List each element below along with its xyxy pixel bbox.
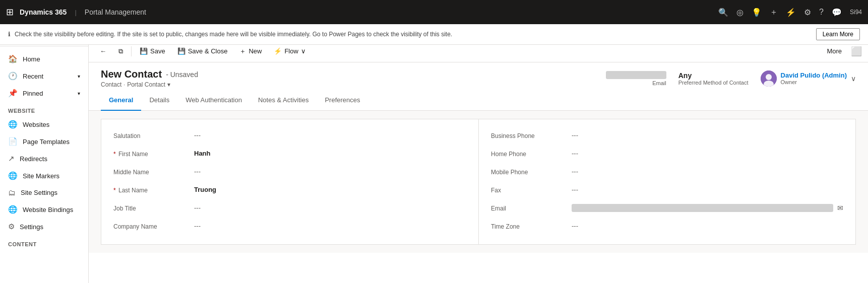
- tab-general[interactable]: General: [101, 90, 141, 111]
- chevron-down-icon: ▾: [78, 74, 80, 79]
- breadcrumb-portal-contact[interactable]: Portal Contact: [127, 81, 165, 88]
- email-action-icon[interactable]: ✉: [837, 204, 843, 212]
- sidebar-item-label: Pinned: [23, 90, 43, 97]
- owner-avatar: [761, 70, 777, 87]
- field-value-business-phone[interactable]: ---: [572, 131, 843, 139]
- nav-separator: |: [75, 9, 76, 16]
- flow-label: Flow: [284, 47, 298, 55]
- form-section-left: Salutation --- * First Name Hanh Middle …: [101, 119, 478, 245]
- field-label-home-phone: Home Phone: [491, 150, 572, 158]
- target-icon[interactable]: ◎: [736, 8, 743, 17]
- field-middle-name: Middle Name ---: [113, 164, 466, 182]
- svg-point-1: [766, 74, 772, 80]
- new-icon: ＋: [239, 47, 246, 56]
- sidebar-item-settings[interactable]: ⚙ Settings: [0, 218, 88, 235]
- marker-icon: 🌐: [8, 171, 18, 180]
- banner: ℹ Check the site visibility before editi…: [0, 24, 868, 45]
- field-value-email[interactable]: [572, 204, 833, 212]
- sidebar-item-label: Site Markers: [23, 172, 59, 180]
- tab-preferences[interactable]: Preferences: [317, 90, 368, 111]
- app-grid-icon[interactable]: ⊞: [6, 7, 14, 18]
- tab-notes-activities[interactable]: Notes & Activities: [250, 90, 317, 111]
- page-icon: 📄: [8, 137, 18, 146]
- save-button[interactable]: 💾 Save: [135, 44, 170, 58]
- owner-label: Owner: [781, 79, 847, 85]
- save-close-button[interactable]: 💾 Save & Close: [172, 44, 233, 58]
- field-value-salutation[interactable]: ---: [194, 131, 466, 139]
- pin-icon: 📌: [8, 89, 18, 98]
- preferred-method-value: Any: [678, 72, 692, 80]
- field-value-mobile-phone[interactable]: ---: [572, 168, 843, 175]
- sidebar-item-page-templates[interactable]: 📄 Page Templates: [0, 133, 88, 150]
- field-label-mobile-phone: Mobile Phone: [491, 168, 572, 176]
- sidebar-item-site-settings[interactable]: 🗂 Site Settings: [0, 184, 88, 201]
- user-label: Si94: [850, 9, 862, 16]
- sidebar-item-site-markers[interactable]: 🌐 Site Markers: [0, 167, 88, 184]
- form-section-right: Business Phone --- Home Phone --- Mobile…: [478, 119, 856, 245]
- field-timezone: Time Zone ---: [491, 218, 843, 236]
- flow-button[interactable]: ⚡ Flow ∨: [269, 44, 311, 58]
- brand-label: Dynamics 365: [20, 8, 67, 16]
- field-label-timezone: Time Zone: [491, 222, 572, 230]
- field-value-fax[interactable]: ---: [572, 186, 843, 193]
- sidebar-item-websites[interactable]: 🌐 Websites: [0, 116, 88, 133]
- field-value-home-phone[interactable]: ---: [572, 150, 843, 157]
- field-job-title: Job Title ---: [113, 200, 466, 218]
- header-chevron-icon[interactable]: ∨: [851, 75, 856, 83]
- settings-icon[interactable]: ⚙: [804, 8, 811, 17]
- field-business-phone: Business Phone ---: [491, 127, 843, 146]
- field-value-company-name[interactable]: ---: [194, 222, 466, 230]
- field-first-name: * First Name Hanh: [113, 146, 466, 164]
- sidebar-item-redirects[interactable]: ↗ Redirects: [0, 150, 88, 167]
- flow-icon: ⚡: [274, 47, 282, 55]
- field-value-middle-name[interactable]: ---: [194, 168, 466, 175]
- add-icon[interactable]: ＋: [770, 7, 778, 18]
- lightbulb-icon[interactable]: 💡: [752, 8, 762, 17]
- toolbar-divider: [131, 46, 132, 56]
- field-value-job-title[interactable]: ---: [194, 204, 466, 211]
- redirect-icon: ↗: [8, 154, 15, 163]
- home-icon: 🏠: [8, 54, 18, 63]
- more-button[interactable]: More: [822, 44, 847, 58]
- external-link-icon: ⧉: [118, 47, 123, 55]
- sidebar-item-pinned[interactable]: 📌 Pinned ▾: [0, 85, 88, 102]
- breadcrumb-chevron-icon[interactable]: ▾: [167, 81, 170, 88]
- owner-section: David Pulido (Admin) Owner ∨: [761, 70, 856, 87]
- sidebar-item-label: Settings: [20, 223, 43, 231]
- field-value-timezone[interactable]: ---: [572, 222, 843, 230]
- back-button[interactable]: ←: [95, 44, 111, 58]
- sidebar-section-website: Website: [0, 102, 88, 116]
- binding-icon: 🌐: [8, 205, 18, 214]
- field-value-first-name[interactable]: Hanh: [194, 150, 466, 157]
- chevron-down-icon: ▾: [78, 91, 80, 96]
- site-settings-icon: 🗂: [8, 188, 16, 197]
- owner-name[interactable]: David Pulido (Admin): [781, 72, 847, 79]
- sidebar-item-label: Redirects: [20, 155, 47, 163]
- chat-icon[interactable]: 💬: [832, 8, 842, 17]
- save-close-label: Save & Close: [188, 47, 228, 55]
- field-company-name: Company Name ---: [113, 218, 466, 236]
- banner-text: Check the site visibility before editing…: [15, 31, 452, 38]
- tab-web-authentication[interactable]: Web Authentication: [177, 90, 250, 111]
- field-label-business-phone: Business Phone: [491, 131, 572, 139]
- new-button[interactable]: ＋ New: [234, 44, 267, 59]
- field-value-last-name[interactable]: Truong: [194, 186, 466, 193]
- field-mobile-phone: Mobile Phone ---: [491, 164, 843, 182]
- sidebar-item-home[interactable]: 🏠 Home: [0, 50, 88, 67]
- filter-icon[interactable]: ⚡: [786, 8, 796, 17]
- help-icon[interactable]: ?: [819, 8, 824, 17]
- search-icon[interactable]: 🔍: [718, 8, 728, 17]
- tab-details[interactable]: Details: [141, 90, 177, 111]
- top-nav-right: 🔍 ◎ 💡 ＋ ⚡ ⚙ ? 💬 Si94: [718, 7, 862, 18]
- save-label: Save: [150, 47, 165, 55]
- expand-icon[interactable]: ⬜: [851, 46, 862, 57]
- sidebar-item-recent[interactable]: 🕐 Recent ▾: [0, 67, 88, 85]
- required-asterisk: *: [113, 187, 116, 194]
- external-link-button[interactable]: ⧉: [113, 44, 128, 58]
- sidebar-item-website-bindings[interactable]: 🌐 Website Bindings: [0, 201, 88, 218]
- record-title-text: New Contact: [101, 68, 162, 80]
- chevron-down-icon: ∨: [301, 47, 306, 55]
- field-home-phone: Home Phone ---: [491, 146, 843, 164]
- required-asterisk: *: [113, 151, 116, 158]
- learn-more-button[interactable]: Learn More: [816, 28, 860, 40]
